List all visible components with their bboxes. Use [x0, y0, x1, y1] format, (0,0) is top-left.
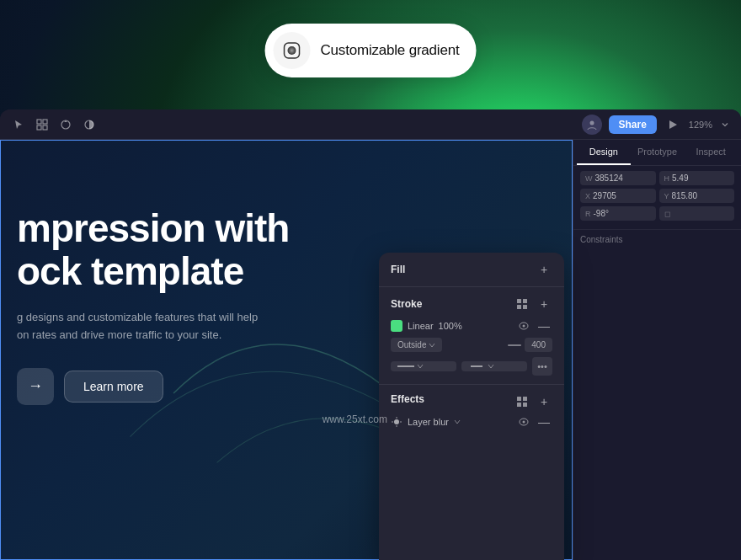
pill-label: Customizable gradient [321, 42, 460, 59]
stroke-grid-button[interactable] [514, 296, 530, 312]
play-button[interactable] [664, 115, 682, 134]
blur-minus-button[interactable]: — [536, 413, 552, 430]
canvas-heading: mpression with ock template [17, 207, 289, 292]
zoom-level[interactable]: 129% [689, 120, 712, 130]
fill-row: Fill + [391, 261, 552, 278]
svg-point-11 [523, 325, 525, 328]
dimensions-section: W 385124 H 5.49 X 29705 Y 815.80 [573, 166, 741, 230]
app-window: Share 129% [0, 109, 741, 560]
contrast-icon[interactable] [81, 116, 98, 133]
dimensions-row1: W 385124 H 5.49 [580, 171, 734, 185]
stroke-header-row: Stroke + [391, 296, 552, 312]
stroke-add-button[interactable]: + [536, 296, 552, 312]
frame-icon[interactable] [34, 116, 51, 133]
learn-more-button[interactable]: Learn more [64, 371, 163, 403]
effects-section: Effects + [379, 385, 564, 439]
tab-prototype[interactable]: Prototype [631, 140, 685, 165]
canvas-content: mpression with ock template g designs an… [17, 207, 289, 405]
fill-add-button[interactable]: + [536, 261, 552, 278]
width-input[interactable]: W 385124 [580, 171, 656, 185]
blur-inner: Layer blur [391, 416, 461, 428]
stroke-color-row: Linear 100% — [391, 317, 552, 334]
stroke-eye-button[interactable] [515, 317, 532, 334]
effects-add-button[interactable]: + [536, 393, 552, 410]
stroke-opacity-label: 100% [439, 321, 462, 331]
svg-marker-9 [669, 120, 677, 129]
title-bar-right: Share 129% [582, 115, 732, 135]
stroke-dash-style[interactable] [391, 361, 456, 371]
svg-rect-2 [37, 120, 41, 124]
stroke-section: Stroke + Linear 100% [379, 287, 564, 385]
chevron-down-icon[interactable] [719, 119, 731, 131]
title-bar-left [10, 116, 98, 133]
stroke-label: Stroke [391, 298, 422, 310]
dimensions-row2: X 29705 Y 815.80 [580, 189, 734, 203]
rotate-icon[interactable] [57, 116, 74, 133]
stroke-type-label: Linear [408, 321, 434, 331]
stroke-more-button[interactable]: ••• [532, 357, 552, 376]
effects-grid-button[interactable] [514, 393, 530, 410]
gradient-icon [274, 32, 311, 69]
title-bar: Share 129% [0, 109, 741, 140]
svg-rect-3 [43, 120, 47, 124]
corner-input[interactable]: ◻ [659, 206, 735, 221]
canvas-area: mpression with ock template g designs an… [0, 140, 741, 560]
stroke-detail-row: Outside 400 [391, 338, 552, 352]
stroke-color-swatch[interactable] [391, 320, 402, 332]
effects-header-row: Effects + [391, 393, 552, 410]
customizable-gradient-pill: Customizable gradient [265, 24, 477, 77]
toolbar-icons [10, 116, 98, 133]
stroke-size-input[interactable]: 400 [525, 338, 552, 352]
x-input[interactable]: X 29705 [580, 189, 656, 203]
tab-inspect[interactable]: Inspect [684, 140, 738, 165]
blur-icon [391, 416, 402, 428]
constraints-section: Constraints [573, 230, 741, 249]
fill-section: Fill + [379, 253, 564, 287]
design-panel: Design Prototype Inspect W 385124 H 5.49 [573, 140, 741, 560]
arrow-button[interactable]: → [17, 368, 54, 405]
svg-point-20 [523, 421, 525, 424]
svg-point-8 [589, 120, 594, 125]
tab-design[interactable]: Design [577, 140, 631, 165]
fill-label: Fill [391, 264, 405, 275]
stroke-cap-style[interactable] [461, 361, 527, 371]
share-button[interactable]: Share [609, 115, 657, 134]
svg-rect-5 [43, 125, 47, 130]
stroke-position-dropdown[interactable]: Outside [391, 338, 442, 352]
stroke-line-row: ••• [391, 357, 552, 376]
dimensions-row3: R -98° ◻ [580, 206, 734, 221]
svg-rect-4 [37, 125, 41, 130]
canvas-buttons: → Learn more [17, 368, 289, 405]
height-input[interactable]: H 5.49 [659, 171, 735, 185]
canvas-subtext: g designs and customizable features that… [17, 309, 261, 344]
y-input[interactable]: Y 815.80 [659, 189, 735, 203]
panel-tabs: Design Prototype Inspect [573, 140, 741, 166]
stroke-minus-button[interactable]: — [536, 317, 552, 334]
svg-point-1 [288, 46, 296, 55]
rotation-input[interactable]: R -98° [580, 206, 656, 221]
cursor-icon[interactable] [10, 116, 27, 133]
svg-point-14 [394, 419, 399, 424]
fill-stroke-card: Fill + Stroke + [379, 253, 564, 560]
effects-label: Effects [391, 393, 424, 405]
user-avatar[interactable] [582, 115, 602, 135]
effects-blur-row: Layer blur — [391, 413, 552, 430]
blur-label: Layer blur [408, 417, 449, 427]
blur-eye-button[interactable] [515, 413, 532, 430]
